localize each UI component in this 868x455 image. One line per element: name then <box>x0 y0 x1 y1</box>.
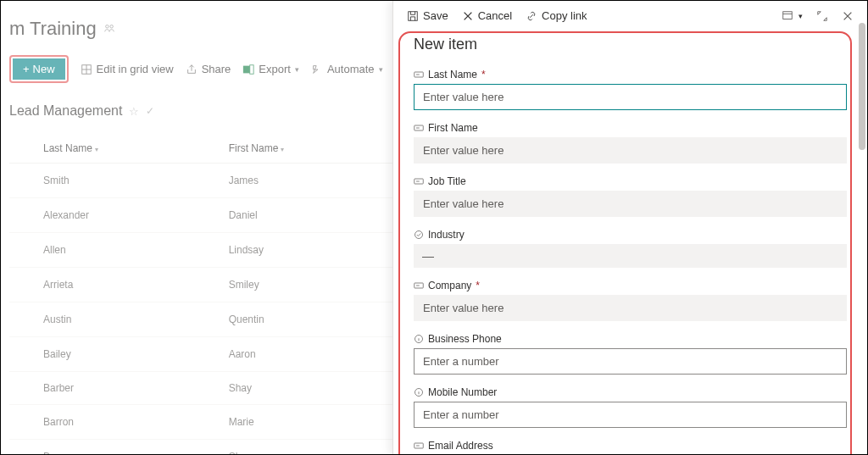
text-icon <box>414 123 424 133</box>
edit-grid-label: Edit in grid view <box>97 63 174 75</box>
close-panel-button[interactable] <box>842 10 854 22</box>
new-button-highlight: + New <box>9 55 69 83</box>
svg-point-12 <box>415 231 423 239</box>
bphone-label: Business Phone <box>414 333 847 345</box>
new-button-label: New <box>33 63 55 75</box>
company-label: Company* <box>414 280 847 291</box>
save-button[interactable]: Save <box>407 9 448 22</box>
save-icon <box>407 10 419 22</box>
choice-icon <box>414 230 424 240</box>
panel-heading: New item <box>414 36 847 53</box>
save-label: Save <box>423 9 448 22</box>
info-icon <box>414 334 424 344</box>
panel-toolbar: Save Cancel Copy link ▾ <box>393 1 867 31</box>
lastname-label: Last Name* <box>414 69 847 80</box>
svg-point-0 <box>105 25 108 28</box>
mphone-input[interactable] <box>414 402 847 428</box>
link-icon <box>526 10 537 22</box>
teams-icon <box>103 22 115 36</box>
company-input[interactable] <box>414 295 847 321</box>
copylink-button[interactable]: Copy link <box>526 9 587 22</box>
grid-icon <box>81 64 92 75</box>
email-label: Email Address <box>414 440 847 452</box>
list-title-text: Lead Management <box>9 103 122 119</box>
star-icon[interactable]: ☆ <box>129 105 139 118</box>
svg-rect-3 <box>243 65 250 73</box>
svg-point-1 <box>110 25 114 28</box>
new-button[interactable]: + New <box>13 58 65 80</box>
chevron-down-icon: ▾ <box>295 65 299 74</box>
share-button[interactable]: Share <box>186 63 231 75</box>
mphone-label: Mobile Number <box>414 386 847 398</box>
excel-icon <box>242 64 254 75</box>
chevron-down-icon: ▾ <box>379 65 383 74</box>
page-title-text: m Training <box>9 18 97 40</box>
share-label: Share <box>202 63 231 75</box>
edit-form-button[interactable]: ▾ <box>782 10 803 22</box>
jobtitle-label: Job Title <box>414 175 847 187</box>
info-icon <box>414 387 424 397</box>
cancel-label: Cancel <box>478 9 512 22</box>
col-firstname[interactable]: First Name▾ <box>220 134 407 164</box>
flow-icon <box>311 64 323 75</box>
text-icon <box>414 69 424 80</box>
close-icon <box>462 10 474 22</box>
expand-button[interactable] <box>816 10 828 22</box>
col-lastname[interactable]: Last Name▾ <box>35 134 220 164</box>
text-icon <box>414 280 424 291</box>
firstname-input[interactable] <box>414 137 847 164</box>
cancel-button[interactable]: Cancel <box>462 9 512 22</box>
panel-body: New item Last Name* First Name Job Title <box>393 31 867 455</box>
share-icon <box>186 64 198 75</box>
text-icon <box>414 176 424 186</box>
svg-rect-4 <box>250 64 253 74</box>
scrollbar[interactable] <box>859 23 865 150</box>
firstname-label: First Name <box>414 122 847 134</box>
svg-rect-7 <box>409 11 418 20</box>
jobtitle-input[interactable] <box>414 191 847 217</box>
export-label: Export <box>259 63 291 75</box>
bphone-input[interactable] <box>414 348 847 375</box>
col-select <box>9 134 35 164</box>
industry-select[interactable]: — <box>414 244 847 268</box>
svg-rect-8 <box>783 11 793 19</box>
automate-label: Automate <box>327 63 375 75</box>
lastname-input[interactable] <box>414 84 847 110</box>
export-button[interactable]: Export ▾ <box>242 63 299 75</box>
edit-grid-button[interactable]: Edit in grid view <box>81 63 174 75</box>
copylink-label: Copy link <box>542 9 587 22</box>
automate-button[interactable]: Automate ▾ <box>311 63 383 75</box>
new-item-panel: Save Cancel Copy link ▾ New item Last Na… <box>392 1 867 455</box>
check-icon: ✓ <box>146 105 154 117</box>
plus-icon: + <box>23 63 30 75</box>
text-icon <box>414 441 424 451</box>
industry-label: Industry <box>414 229 847 241</box>
